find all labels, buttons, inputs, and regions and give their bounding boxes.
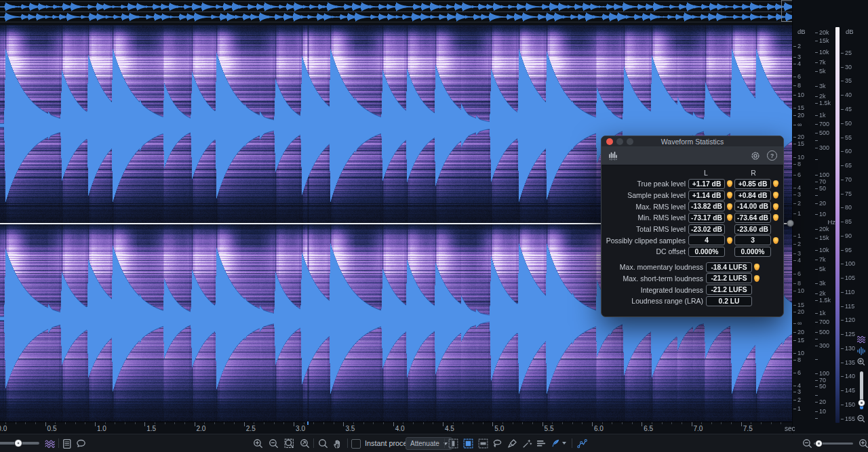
clipboard-icon[interactable] bbox=[61, 438, 73, 449]
vertical-zoom-slider-thumb[interactable] bbox=[858, 399, 865, 407]
time-frequency-selection-tool-selected[interactable] bbox=[462, 438, 474, 449]
scale-tick: 45 bbox=[841, 106, 852, 112]
stats-row-label: Sample peak level bbox=[604, 191, 686, 199]
time-ruler[interactable]: 0.00.51.01.52.02.53.03.54.04.55.05.56.06… bbox=[0, 422, 792, 434]
time-tick-label: 7.0 bbox=[694, 425, 703, 432]
horizontal-zoom-slider-thumb[interactable] bbox=[815, 440, 823, 447]
time-tick-minor bbox=[582, 422, 583, 424]
statistics-histogram-icon bbox=[608, 150, 621, 161]
blend-slider-thumb[interactable] bbox=[14, 439, 22, 447]
amplitude-tick: 6 bbox=[793, 73, 801, 80]
magnifier-tool[interactable] bbox=[317, 438, 329, 449]
stats-value-left: -23.02 dB bbox=[688, 224, 725, 234]
time-tick-major bbox=[592, 422, 593, 426]
time-tick-minor bbox=[174, 422, 175, 424]
frequency-tick: 70 bbox=[815, 178, 826, 185]
stats-value-right: +0.84 dB bbox=[734, 190, 771, 201]
gear-icon[interactable] bbox=[750, 150, 761, 161]
time-tick-minor bbox=[16, 422, 16, 424]
horizontal-zoom-in-button[interactable] bbox=[858, 438, 868, 449]
stats-row: Possibly clipped samples43 bbox=[601, 234, 783, 246]
frequency-selection-tool[interactable] bbox=[477, 438, 489, 449]
stats-row: Total RMS level-23.02 dB-23.60 dB bbox=[601, 224, 783, 235]
time-tick-minor bbox=[353, 422, 354, 424]
amplitude-tick: 4 bbox=[793, 60, 801, 67]
time-selection-tool[interactable] bbox=[448, 438, 459, 449]
time-tick-minor bbox=[671, 422, 672, 424]
scale-tick: 55 bbox=[841, 134, 852, 141]
stats-value-right: -14.00 dB bbox=[734, 201, 771, 211]
lamp-icon[interactable] bbox=[773, 237, 778, 244]
waveform-view-icon[interactable] bbox=[856, 346, 866, 356]
lamp-icon[interactable] bbox=[727, 214, 732, 221]
spectrogram-view-icon[interactable] bbox=[856, 335, 866, 344]
time-tick-label: 5.5 bbox=[545, 425, 554, 432]
attenuate-dropdown[interactable]: Attenuate bbox=[406, 437, 452, 450]
feather-selection-tool[interactable] bbox=[549, 438, 561, 449]
hand-pan-tool[interactable] bbox=[332, 438, 344, 449]
loudness-row: Integrated loudness-21.2 LUFS bbox=[601, 284, 783, 295]
amplitude-ruler[interactable]: 23468101520∞201510864321123468101520∞201… bbox=[793, 0, 814, 434]
loudness-row-label: Integrated loudness bbox=[604, 286, 703, 294]
time-tick-minor bbox=[304, 422, 304, 424]
stats-row: Max. RMS level-13.82 dB-14.00 dB bbox=[601, 201, 783, 212]
frequency-tick: 10k bbox=[815, 247, 829, 253]
horizontal-zoom-out-button[interactable] bbox=[802, 438, 813, 449]
time-tick-minor bbox=[711, 422, 712, 424]
zoom-fit-button[interactable] bbox=[299, 438, 311, 449]
time-tick-minor bbox=[334, 422, 334, 424]
time-tick-minor bbox=[323, 422, 324, 424]
help-icon[interactable]: ? bbox=[767, 150, 777, 161]
scale-tick: 110 bbox=[841, 289, 854, 295]
vertical-zoom-in-button[interactable] bbox=[856, 357, 866, 367]
zoom-in-button[interactable] bbox=[252, 438, 264, 449]
brush-selection-tool[interactable] bbox=[507, 438, 518, 449]
colorbar-scale-ruler: 2530354045505560657075808590951001051101… bbox=[841, 0, 859, 434]
lamp-icon[interactable] bbox=[754, 275, 760, 282]
lamp-icon[interactable] bbox=[773, 203, 778, 210]
harmonic-selection-tool[interactable] bbox=[535, 438, 547, 449]
time-tick-minor bbox=[622, 422, 623, 424]
time-tick-minor bbox=[662, 422, 663, 424]
scale-tick: 155 bbox=[841, 415, 855, 422]
frequency-ruler[interactable]: 20k15k10k7k5k3k2k1.5k1k70050030010070502… bbox=[815, 0, 837, 434]
feather-options-chevron-icon[interactable] bbox=[562, 442, 566, 445]
lamp-icon[interactable] bbox=[773, 192, 778, 199]
time-tick-minor bbox=[483, 422, 484, 424]
comment-bubble-icon[interactable] bbox=[75, 438, 87, 449]
zoom-out-button[interactable] bbox=[268, 438, 279, 449]
lamp-icon[interactable] bbox=[727, 237, 732, 244]
lamp-icon[interactable] bbox=[727, 180, 732, 187]
time-tick-minor bbox=[264, 422, 264, 424]
amplitude-tick: 10 bbox=[793, 154, 804, 161]
lamp-icon[interactable] bbox=[773, 180, 778, 187]
statistics-table: L R True peak level+1.17 dB+0.85 dBSampl… bbox=[601, 165, 783, 307]
frequency-tick bbox=[815, 335, 819, 342]
column-header-left: L bbox=[688, 169, 724, 177]
amplitude-tick: 10 bbox=[793, 350, 804, 356]
curve-edit-tool[interactable] bbox=[576, 438, 588, 449]
scale-tick: 150 bbox=[841, 401, 855, 408]
lamp-icon[interactable] bbox=[773, 214, 778, 221]
dialog-toolbar: ? bbox=[601, 146, 783, 165]
vertical-zoom-out-button[interactable] bbox=[856, 414, 866, 424]
lamp-icon[interactable] bbox=[754, 264, 760, 270]
stats-value-right: 3 bbox=[734, 235, 771, 245]
magic-wand-tool[interactable] bbox=[521, 438, 533, 449]
zoom-selection-button[interactable] bbox=[283, 438, 295, 449]
instant-process-checkbox[interactable] bbox=[351, 439, 361, 449]
overview-minimap[interactable] bbox=[0, 0, 797, 22]
time-tick-minor bbox=[184, 422, 185, 424]
frequency-tick: 1k bbox=[815, 112, 826, 119]
dialog-titlebar[interactable]: Waveform Statistics bbox=[601, 136, 783, 146]
time-tick-minor bbox=[522, 422, 523, 424]
loudness-value: -18.4 LUFS bbox=[706, 262, 752, 272]
scale-tick: 100 bbox=[841, 260, 855, 267]
amplitude-tick: 20 bbox=[793, 133, 804, 140]
amplitude-tick: 15 bbox=[793, 140, 804, 147]
stats-row-label: Total RMS level bbox=[604, 225, 686, 233]
lamp-icon[interactable] bbox=[727, 203, 732, 210]
scale-tick: 135 bbox=[841, 359, 855, 366]
lasso-selection-tool[interactable] bbox=[492, 438, 503, 449]
lamp-icon[interactable] bbox=[727, 192, 732, 199]
